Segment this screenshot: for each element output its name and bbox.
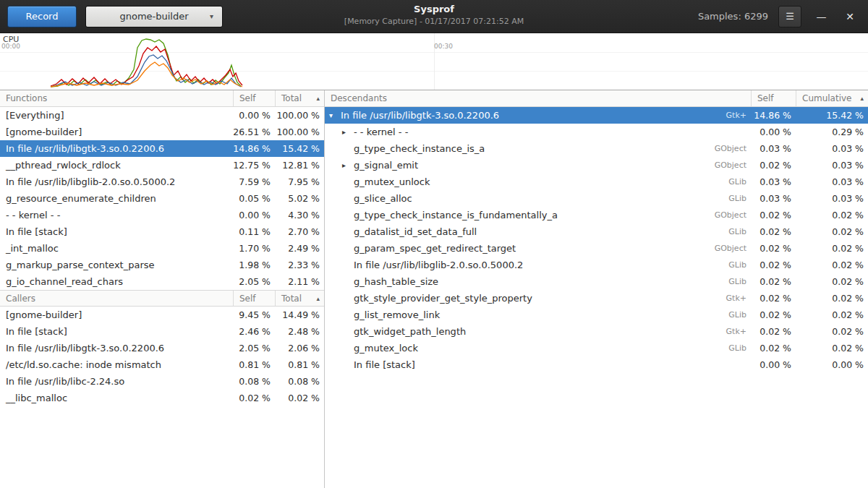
cumulative-value: 0.02 % xyxy=(796,340,868,356)
function-name: In file [stack] xyxy=(354,356,415,373)
callers-column-header[interactable]: Callers xyxy=(0,291,233,306)
cumulative-value: 0.02 % xyxy=(796,290,868,307)
table-row[interactable]: __pthread_rwlock_rdlock12.75 %12.81 % xyxy=(0,157,324,174)
self-column-header[interactable]: Self xyxy=(233,90,275,106)
menu-button[interactable]: ☰ xyxy=(778,6,801,27)
self-column-header[interactable]: Self xyxy=(751,90,796,106)
descendant-name-cell: In file /usr/lib/libglib-2.0.so.0.5000.2 xyxy=(325,257,692,273)
self-value: 0.02 % xyxy=(751,340,796,356)
library-badge: GObject xyxy=(692,240,746,257)
cumulative-value: 0.02 % xyxy=(796,240,868,257)
function-name: g_slice_alloc xyxy=(354,190,412,207)
time-tick-start: 00:00 xyxy=(1,43,20,50)
table-row[interactable]: [gnome-builder]9.45 %14.49 % xyxy=(0,307,324,323)
tree-row[interactable]: g_mutex_unlockGLib0.03 %0.03 % xyxy=(325,174,868,190)
function-name: g_mutex_unlock xyxy=(354,174,430,190)
tree-row[interactable]: g_param_spec_get_redirect_targetGObject0… xyxy=(325,240,868,257)
cumulative-value: 0.02 % xyxy=(796,223,868,240)
cumulative-value: 0.03 % xyxy=(796,190,868,207)
self-value: 0.00 % xyxy=(751,124,796,140)
table-row[interactable]: In file /usr/lib/libc-2.24.so0.08 %0.08 … xyxy=(0,373,324,390)
total-value: 2.49 % xyxy=(275,240,324,257)
left-pane: Functions Self Total ▴ [Everything]0.00 … xyxy=(0,90,325,488)
table-row[interactable]: g_io_channel_read_chars2.05 %2.11 % xyxy=(0,273,324,290)
process-selector-dropdown[interactable]: gnome-builder ▾ xyxy=(85,6,223,27)
total-value: 0.81 % xyxy=(275,356,324,373)
tree-row[interactable]: g_list_remove_linkGLib0.02 %0.02 % xyxy=(325,307,868,323)
tree-row[interactable]: ▸- - kernel - -0.00 %0.29 % xyxy=(325,124,868,140)
tree-row[interactable]: g_slice_allocGLib0.03 %0.03 % xyxy=(325,190,868,207)
expander-open-icon[interactable]: ▾ xyxy=(329,107,341,124)
library-badge xyxy=(692,124,746,140)
close-button[interactable]: ✕ xyxy=(841,6,859,27)
function-name: gtk_widget_path_length xyxy=(354,323,466,340)
total-value: 2.33 % xyxy=(275,257,324,273)
functions-column-header[interactable]: Functions xyxy=(0,90,233,106)
tree-row[interactable]: g_type_check_instance_is_fundamentally_a… xyxy=(325,207,868,223)
library-badge: GObject xyxy=(692,140,746,157)
self-value: 2.05 % xyxy=(233,273,275,290)
record-button[interactable]: Record xyxy=(7,6,77,27)
function-name: [Everything] xyxy=(0,107,233,124)
table-row[interactable]: _int_malloc1.70 %2.49 % xyxy=(0,240,324,257)
self-value: 0.02 % xyxy=(751,307,796,323)
tree-row[interactable]: gtk_style_provider_get_style_propertyGtk… xyxy=(325,290,868,307)
tree-row[interactable]: In file /usr/lib/libglib-2.0.so.0.5000.2… xyxy=(325,257,868,273)
self-value: 0.02 % xyxy=(751,323,796,340)
cumulative-value: 0.00 % xyxy=(796,356,868,373)
self-value: 0.81 % xyxy=(233,356,275,373)
self-value: 0.02 % xyxy=(751,207,796,223)
expander-closed-icon[interactable]: ▸ xyxy=(342,124,354,140)
function-name: g_io_channel_read_chars xyxy=(0,273,233,290)
table-row[interactable]: - - kernel - -0.00 %4.30 % xyxy=(0,207,324,223)
function-name: In file [stack] xyxy=(0,323,233,340)
tree-row[interactable]: gtk_widget_path_lengthGtk+0.02 %0.02 % xyxy=(325,323,868,340)
tree-row[interactable]: ▸g_signal_emitGObject0.02 %0.03 % xyxy=(325,157,868,174)
self-value: 0.02 % xyxy=(751,157,796,174)
table-row[interactable]: [Everything]0.00 %100.00 % xyxy=(0,107,324,124)
minimize-button[interactable]: — xyxy=(812,6,830,27)
descendant-name-cell: gtk_widget_path_length xyxy=(325,323,692,340)
self-column-header[interactable]: Self xyxy=(233,291,275,306)
sort-ascending-icon: ▴ xyxy=(316,291,320,307)
table-row[interactable]: In file [stack]2.46 %2.48 % xyxy=(0,323,324,340)
function-name: /etc/ld.so.cache: inode mismatch xyxy=(0,356,233,373)
table-row[interactable]: g_markup_parse_context_parse1.98 %2.33 % xyxy=(0,257,324,273)
cumulative-value: 0.02 % xyxy=(796,207,868,223)
total-column-header[interactable]: Total ▴ xyxy=(275,90,324,106)
tree-row[interactable]: In file [stack]0.00 %0.00 % xyxy=(325,356,868,373)
function-name: - - kernel - - xyxy=(354,124,408,140)
self-value: 0.02 % xyxy=(233,390,275,406)
tree-row[interactable]: g_hash_table_sizeGLib0.02 %0.02 % xyxy=(325,273,868,290)
tree-row[interactable]: g_type_check_instance_is_aGObject0.03 %0… xyxy=(325,140,868,157)
table-row[interactable]: In file /usr/lib/libgtk-3.so.0.2200.62.0… xyxy=(0,340,324,356)
cumulative-value: 0.02 % xyxy=(796,323,868,340)
self-value: 9.45 % xyxy=(233,307,275,323)
self-value: 0.03 % xyxy=(751,190,796,207)
tree-row[interactable]: g_datalist_id_set_data_fullGLib0.02 %0.0… xyxy=(325,223,868,240)
self-value: 14.86 % xyxy=(233,140,275,157)
cpu-graph[interactable]: CPU 00:00 00:30 xyxy=(0,33,868,90)
cpu-graph-canvas xyxy=(0,33,868,90)
descendant-name-cell: g_list_remove_link xyxy=(325,307,692,323)
total-value: 5.02 % xyxy=(275,190,324,207)
samples-count: Samples: 6299 xyxy=(698,11,768,22)
tree-row[interactable]: g_mutex_lockGLib0.02 %0.02 % xyxy=(325,340,868,356)
table-row[interactable]: /etc/ld.so.cache: inode mismatch0.81 %0.… xyxy=(0,356,324,373)
table-row[interactable]: [gnome-builder]26.51 %100.00 % xyxy=(0,124,324,140)
sort-ascending-icon: ▴ xyxy=(860,90,864,106)
table-row[interactable]: In file /usr/lib/libgtk-3.so.0.2200.614.… xyxy=(0,140,324,157)
expander-closed-icon[interactable]: ▸ xyxy=(342,157,354,174)
cumulative-column-header[interactable]: Cumulative ▴ xyxy=(796,90,868,106)
hamburger-icon: ☰ xyxy=(786,11,794,22)
tree-row[interactable]: ▾In file /usr/lib/libgtk-3.so.0.2200.6Gt… xyxy=(325,107,868,124)
total-column-header[interactable]: Total ▴ xyxy=(275,291,324,306)
function-name: g_datalist_id_set_data_full xyxy=(354,223,477,240)
table-row[interactable]: In file [stack]0.11 %2.70 % xyxy=(0,223,324,240)
total-value: 2.48 % xyxy=(275,323,324,340)
descendants-column-header[interactable]: Descendants xyxy=(325,90,751,106)
table-row[interactable]: g_resource_enumerate_children0.05 %5.02 … xyxy=(0,190,324,207)
table-row[interactable]: In file /usr/lib/libglib-2.0.so.0.5000.2… xyxy=(0,174,324,190)
function-name: - - kernel - - xyxy=(0,207,233,223)
table-row[interactable]: __libc_malloc0.02 %0.02 % xyxy=(0,390,324,406)
